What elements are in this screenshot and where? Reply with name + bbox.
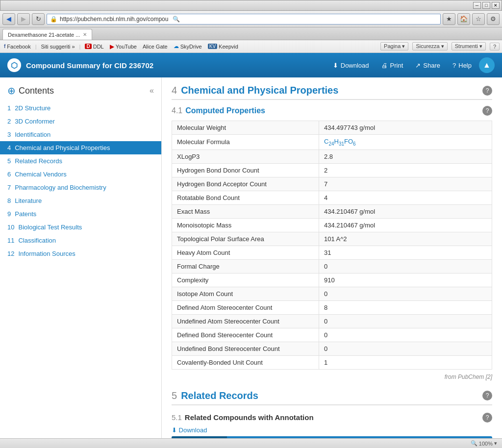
properties-table: Molecular Weight 434.497743 g/mol Molecu… [172,121,492,370]
section5-header: 5 Related Records ? [172,390,492,405]
facebook-label: Facebook [7,44,30,50]
strip-tab-3d-structures[interactable]: 3D Structures (1) [282,436,341,438]
print-icon: 🖨 [381,62,388,69]
page-title: Compound Summary for CID 236702 [26,61,153,70]
download-button[interactable]: ⬇ Download [328,59,374,72]
subsection51-title: 5.1 Related Compounds with Annotation [172,413,314,422]
section4-help-icon[interactable]: ? [482,86,492,96]
strip-tab-medication[interactable]: Medication (91) [172,436,227,438]
siti-label: Siti suggeriti » [41,44,75,50]
print-button[interactable]: 🖨 Print [376,59,408,72]
sidebar-item-2d-structure[interactable]: 1 2D Structure [0,101,161,115]
table-row: Formal Charge 0 [172,259,492,273]
status-bar: 🔍 100% ▾ [0,438,502,448]
bookmark-skydrive[interactable]: ☁ SkyDrive [172,43,203,50]
home-button[interactable]: 🏠 [457,13,470,25]
subsection51-help-icon[interactable]: ? [482,413,492,423]
sidebar-item-chemical-vendors[interactable]: 6 Chemical Vendors [0,168,161,181]
strip-tab-literature[interactable]: Literature (400) [227,436,282,438]
keepvid-icon: KV [208,44,217,49]
section4-title: 4 Chemical and Physical Properties [172,85,338,96]
bookmark-siti[interactable]: Siti suggeriti » [40,43,76,50]
window-chrome: ─ □ ✕ [0,0,502,11]
content-area: 4 Chemical and Physical Properties ? 4.1… [162,77,502,438]
table-row: Exact Mass 434.210467 g/mol [172,204,492,218]
maximize-button[interactable]: □ [482,2,490,9]
sidebar-item-classification[interactable]: 11 Classification [0,234,161,247]
strip-tab-bioactivity[interactable]: Bioactivity (304) [341,436,398,438]
main-layout: ⊕ Contents « 1 2D Structure 2 3D Conform… [0,77,502,438]
youtube-icon: ▶ [110,43,114,50]
alicegate-label: Alice Gate [143,44,168,50]
share-button[interactable]: ↗ Share [410,59,445,72]
table-row: Hydrogen Bond Acceptor Count 7 [172,177,492,191]
sidebar-item-info-sources[interactable]: 12 Information Sources [0,247,161,260]
sidebar-item-identification[interactable]: 3 Identification [0,128,161,141]
tab-close-button[interactable]: ✕ [83,32,87,37]
strumenti-button[interactable]: Strumenti ▾ [452,42,486,50]
help-icon: ? [452,62,456,69]
sidebar-item-bio-test[interactable]: 10 Biological Test Results [0,221,161,234]
page-header: ⬡ Compound Summary for CID 236702 ⬇ Down… [0,53,502,77]
minimize-button[interactable]: ─ [473,2,481,9]
section4-header: 4 Chemical and Physical Properties ? [172,85,492,100]
table-row: Monoisotopic Mass 434.210467 g/mol [172,218,492,232]
section5-title: 5 Related Records [172,390,258,401]
keepvid-label: Keepvid [219,44,238,50]
forward-button[interactable]: ▶ [17,13,30,25]
formula-link[interactable]: C24H31FO6 [324,138,356,145]
sidebar-item-3d-conformer[interactable]: 2 3D Conformer [0,115,161,128]
bookmark-ddl[interactable]: D DDL [83,43,105,50]
youtube-label: YouTube [116,44,137,50]
bookmark-facebook[interactable]: f Facebook [2,43,32,50]
bookmarks-bar: f Facebook | Siti suggeriti » | D DDL ▶ … [0,40,502,53]
search-icon: 🔍 [173,16,180,23]
help-button[interactable]: ? Help [448,59,477,72]
sidebar-item-chemical-properties[interactable]: 4 Chemical and Physical Properties [0,141,161,154]
sidebar-item-pharmacology[interactable]: 7 Pharmacology and Biochemistry [0,181,161,194]
contents-title: ⊕ Contents [7,85,54,97]
section5-download-link[interactable]: ⬇ Download [172,426,492,434]
sidebar-item-literature[interactable]: 8 Literature [0,194,161,207]
help-button-bm[interactable]: ? [490,43,500,50]
star-button[interactable]: ☆ [472,13,485,25]
back-button[interactable]: ◀ [2,13,15,25]
tab-label: Dexamethasone 21-acetate ... [8,32,80,38]
settings-button[interactable]: ⚙ [487,13,500,25]
upload-button[interactable]: ▲ [479,57,495,73]
sicurezza-button[interactable]: Sicurezza ▾ [412,42,447,50]
table-row: Undefined Atom Stereocenter Count 0 [172,314,492,328]
favorites-button[interactable]: ★ [443,13,455,25]
bookmark-keepvid[interactable]: KV Keepvid [206,43,240,50]
collapse-button[interactable]: « [150,86,154,95]
subsection41-title: 4.1 Computed Properties [172,106,265,115]
skydrive-label: SkyDrive [180,44,202,50]
bookmark-alicegate[interactable]: Alice Gate [141,43,169,50]
subsection41-header: 4.1 Computed Properties ? [172,106,492,116]
sidebar-header: ⊕ Contents « [0,82,161,101]
section5-help-icon[interactable]: ? [482,391,492,400]
lock-icon: 🔒 [50,16,57,23]
sidebar-item-related-records[interactable]: 5 Related Records [0,154,161,168]
table-row: Molecular Formula C24H31FO6 [172,135,492,150]
ddl-label: DDL [93,44,104,50]
url-text: https://pubchem.ncbi.nlm.nih.gov/compou [60,16,168,23]
pagina-button[interactable]: Pagina ▾ [380,42,408,50]
table-row: Hydrogen Bond Donor Count 2 [172,163,492,177]
refresh-button[interactable]: ↻ [32,13,45,25]
tab-dexamethasone[interactable]: Dexamethasone 21-acetate ... ✕ [2,29,92,40]
address-bar[interactable]: 🔒 https://pubchem.ncbi.nlm.nih.gov/compo… [47,14,441,25]
table-row: Complexity 910 [172,273,492,287]
close-button[interactable]: ✕ [492,2,500,9]
zoom-dropdown-icon[interactable]: ▾ [494,440,497,447]
browser-toolbar: ◀ ▶ ↻ 🔒 https://pubchem.ncbi.nlm.nih.gov… [0,11,502,27]
table-row: Defined Atom Stereocenter Count 8 [172,300,492,314]
tab-strip: Medication (91) Literature (400) 3D Stru… [172,436,492,438]
bookmark-youtube[interactable]: ▶ YouTube [108,43,138,50]
section5: 5 Related Records ? 5.1 Related Compound… [172,390,492,438]
subsection41-help-icon[interactable]: ? [482,106,492,116]
table-row: Molecular Weight 434.497743 g/mol [172,121,492,135]
contents-label: Contents [19,86,54,96]
sidebar-item-patents[interactable]: 9 Patents [0,207,161,221]
header-actions: ⬇ Download 🖨 Print ↗ Share ? Help ▲ [328,57,495,73]
